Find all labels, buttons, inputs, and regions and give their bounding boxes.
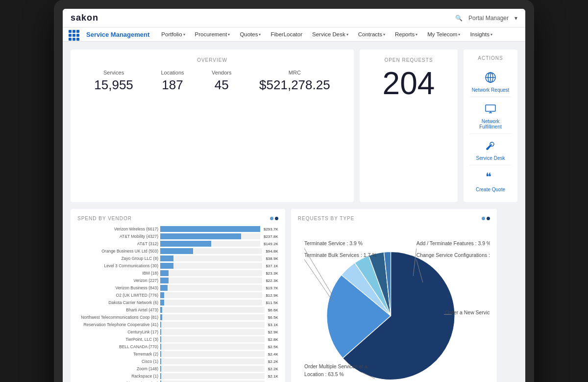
action-network-request-label: Network Request — [472, 87, 510, 93]
action-create-quote-label: Create Quote — [476, 187, 505, 192]
nav-item-servicedesk[interactable]: Service Desk ▾ — [308, 27, 352, 41]
quote-icon: ❝ — [483, 169, 498, 185]
pie-label: Order a New Service : 22.5 % — [445, 310, 490, 315]
bar-fill — [160, 329, 161, 335]
bar-value: $12.9K — [266, 293, 278, 298]
bar-row: IBM (18)$23.3K — [77, 270, 278, 276]
action-network-fulfillment-label: Network Fulfillment — [471, 119, 510, 129]
bar-row: Reservation Telephone Cooperative (41)$3… — [77, 322, 278, 328]
pie-svg: Terminate Service : 3.9 %Terminate Bulk … — [298, 226, 490, 382]
bar-container — [160, 233, 260, 239]
bar-fill — [160, 263, 173, 269]
grid-icon[interactable] — [69, 30, 80, 39]
search-icon[interactable]: 🔍 — [455, 15, 463, 22]
pie-chart-dots — [482, 217, 490, 220]
action-network-fulfillment[interactable]: Network Fulfillment — [469, 97, 512, 134]
bar-container — [160, 300, 262, 306]
nav-brand: Service Management — [86, 31, 149, 38]
bar-value: $2.1K — [268, 374, 278, 379]
portal-manager[interactable]: Portal Manager — [468, 15, 509, 22]
bar-label: O2 (UK LIMITED (776) — [77, 293, 158, 298]
bar-container — [160, 241, 260, 247]
bar-label: Verizon (227) — [77, 278, 158, 283]
nav-item-mytelecom[interactable]: My Telecom ▾ — [423, 27, 464, 41]
bar-row: Terremark (2)$2.4K — [77, 351, 278, 357]
bar-label: Northwest Telecommunications Coop (81) — [77, 315, 158, 320]
bar-fill — [160, 351, 161, 357]
bar-value: $149.2K — [264, 242, 278, 246]
bar-fill — [160, 300, 164, 306]
action-service-desk[interactable]: Service Desk — [469, 134, 512, 165]
bar-label: Cisco (1) — [77, 359, 158, 364]
nav-item-contracts[interactable]: Contracts ▾ — [354, 27, 389, 41]
bar-label: Dakota Carrier Network (6) — [77, 300, 158, 305]
bar-container — [160, 226, 260, 232]
nav-item-reports[interactable]: Reports ▾ — [391, 27, 421, 41]
bar-row: Dakota Carrier Network (6)$11.5K — [77, 300, 278, 306]
requests-by-type-title: REQUESTS BY TYPE — [298, 216, 355, 221]
bar-fill — [160, 285, 168, 291]
metric-locations: Locations 187 — [161, 70, 184, 93]
bar-fill — [160, 366, 161, 372]
pie-label: Add / Terminate Features : 3.9 % — [416, 241, 490, 246]
bar-container — [160, 307, 265, 313]
wrench-icon — [483, 138, 498, 153]
bar-container — [160, 292, 262, 298]
pie-label: Terminate Bulk Services : 1.7 % — [304, 253, 376, 258]
bar-row: Cisco (1)$2.2K — [77, 358, 278, 364]
metric-vendors: Vendors 45 — [212, 70, 231, 93]
bar-row: Bharti Airtel (473)$6.6K — [77, 307, 278, 313]
nav-item-portfolio[interactable]: Portfolio ▾ — [157, 27, 189, 41]
bar-value: $11.5K — [266, 301, 278, 305]
bar-value: $293.7K — [264, 227, 278, 231]
bar-label: Bharti Airtel (473) — [77, 307, 158, 312]
svg-text:❝: ❝ — [486, 171, 491, 183]
nav-item-fiberlocator[interactable]: FiberLocator — [267, 27, 306, 41]
overview-row: OVERVIEW Services 15,955 Locations 187 V… — [71, 50, 517, 202]
action-network-request[interactable]: Network Request — [469, 66, 512, 97]
bar-value: $2.9K — [268, 330, 278, 334]
bar-label: TierPoint, LLC (3) — [77, 337, 158, 342]
top-right: 🔍 Portal Manager ▾ — [455, 15, 517, 22]
bar-row: AT&T Mobility (4327)$237.8K — [77, 233, 278, 239]
svg-rect-4 — [486, 105, 495, 111]
bar-row: TierPoint, LLC (3)$2.8K — [77, 336, 278, 342]
bar-fill — [160, 344, 161, 350]
overview-card: OVERVIEW Services 15,955 Locations 187 V… — [71, 50, 354, 202]
bar-label: IBM (18) — [77, 271, 158, 276]
bar-row: Zoom (148)$2.2K — [77, 366, 278, 372]
svg-point-7 — [488, 148, 489, 150]
bar-container — [160, 329, 265, 335]
pie-chart-area: Terminate Service : 3.9 %Terminate Bulk … — [298, 226, 490, 382]
spend-by-vendor-header: SPEND BY VENDOR — [77, 216, 278, 221]
bar-container — [160, 248, 262, 254]
bar-fill — [160, 358, 161, 364]
nav-item-quotes[interactable]: Quotes ▾ — [236, 27, 265, 41]
bar-label: AT&T (312) — [77, 241, 158, 246]
bar-label: Zoom (148) — [77, 366, 158, 371]
bar-value: $23.3K — [266, 271, 278, 276]
top-bar: sakon 🔍 Portal Manager ▾ — [63, 9, 525, 27]
bar-container — [160, 344, 265, 350]
bar-value: $2.5K — [268, 345, 278, 349]
bar-value: $19.7K — [266, 286, 278, 290]
bar-value: $38.9K — [266, 256, 278, 261]
bar-chart: Verizon Wireless (6617)$293.7KAT&T Mobil… — [77, 226, 278, 382]
action-create-quote[interactable]: ❝ Create Quote — [469, 165, 512, 196]
bar-label: Terremark (2) — [77, 352, 158, 357]
nav-item-procurement[interactable]: Procurement ▾ — [191, 27, 234, 41]
bar-label: Reservation Telephone Cooperative (41) — [77, 322, 158, 327]
nav-item-insights[interactable]: Insights ▾ — [466, 27, 496, 41]
open-requests-card: OPEN REQUESTS 204 — [360, 50, 458, 202]
bar-container — [160, 270, 262, 276]
bar-value: $2.8K — [268, 337, 278, 342]
bar-row: Rackspace (1)$2.1K — [77, 373, 278, 379]
logo: sakon — [71, 13, 98, 23]
bar-container — [160, 366, 265, 372]
overview-title: OVERVIEW — [80, 57, 344, 63]
metric-mrc-value: $521,278.25 — [259, 77, 330, 93]
spend-by-vendor-card: SPEND BY VENDOR Verizon Wireless (6617)$… — [71, 209, 285, 382]
spend-by-vendor-title: SPEND BY VENDOR — [77, 216, 132, 221]
dot2 — [275, 217, 278, 220]
actions-title: ACTIONS — [469, 55, 512, 61]
